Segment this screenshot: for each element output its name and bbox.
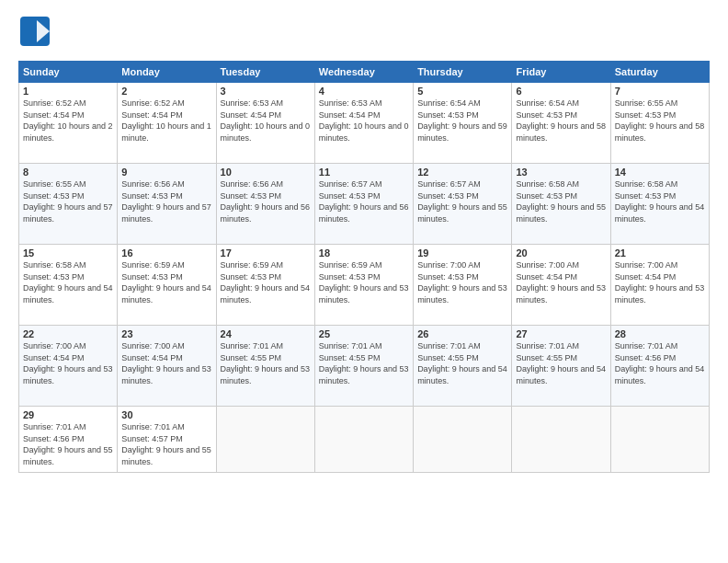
day-info: Sunrise: 6:59 AMSunset: 4:53 PMDaylight:… [319, 259, 409, 305]
calendar-cell: 15 Sunrise: 6:58 AMSunset: 4:53 PMDaylig… [19, 245, 118, 326]
calendar-cell: 1 Sunrise: 6:52 AMSunset: 4:54 PMDayligh… [19, 83, 118, 164]
calendar-cell [414, 407, 512, 473]
calendar-cell: 23 Sunrise: 7:00 AMSunset: 4:54 PMDaylig… [118, 326, 216, 407]
calendar-cell: 17 Sunrise: 6:59 AMSunset: 4:53 PMDaylig… [216, 245, 314, 326]
day-number: 17 [221, 247, 311, 259]
day-number: 14 [615, 167, 705, 178]
calendar-cell: 27 Sunrise: 7:01 AMSunset: 4:55 PMDaylig… [512, 326, 610, 407]
day-number: 23 [121, 328, 211, 339]
day-info: Sunrise: 7:00 AMSunset: 4:54 PMDaylight:… [516, 259, 606, 305]
calendar-cell [512, 407, 610, 473]
day-info: Sunrise: 6:57 AMSunset: 4:53 PMDaylight:… [417, 178, 507, 224]
weekday-header: Saturday [610, 62, 709, 83]
day-info: Sunrise: 6:58 AMSunset: 4:53 PMDaylight:… [615, 178, 705, 224]
day-number: 21 [615, 247, 705, 259]
day-number: 4 [319, 86, 409, 97]
day-info: Sunrise: 7:01 AMSunset: 4:55 PMDaylight:… [319, 340, 409, 386]
day-info: Sunrise: 6:52 AMSunset: 4:54 PMDaylight:… [121, 98, 211, 144]
weekday-header: Tuesday [216, 62, 314, 83]
day-info: Sunrise: 7:00 AMSunset: 4:54 PMDaylight:… [615, 259, 705, 305]
day-info: Sunrise: 7:01 AMSunset: 4:56 PMDaylight:… [23, 421, 113, 467]
calendar-cell [610, 407, 709, 473]
day-info: Sunrise: 6:55 AMSunset: 4:53 PMDaylight:… [615, 98, 705, 144]
day-info: Sunrise: 7:01 AMSunset: 4:57 PMDaylight:… [121, 421, 211, 467]
day-info: Sunrise: 6:52 AMSunset: 4:54 PMDaylight:… [23, 98, 113, 144]
weekday-header: Wednesday [314, 62, 413, 83]
day-number: 20 [516, 247, 606, 259]
day-info: Sunrise: 7:01 AMSunset: 4:55 PMDaylight:… [417, 340, 507, 386]
calendar-cell: 3 Sunrise: 6:53 AMSunset: 4:54 PMDayligh… [216, 83, 314, 164]
day-info: Sunrise: 6:58 AMSunset: 4:53 PMDaylight:… [23, 259, 113, 305]
day-number: 13 [516, 167, 606, 178]
day-info: Sunrise: 7:00 AMSunset: 4:54 PMDaylight:… [23, 340, 113, 386]
day-info: Sunrise: 6:56 AMSunset: 4:53 PMDaylight:… [121, 178, 211, 224]
calendar-cell: 10 Sunrise: 6:56 AMSunset: 4:53 PMDaylig… [216, 164, 314, 245]
day-info: Sunrise: 7:01 AMSunset: 4:56 PMDaylight:… [615, 340, 705, 386]
day-number: 11 [319, 167, 409, 178]
weekday-header: Thursday [414, 62, 512, 83]
calendar-cell: 28 Sunrise: 7:01 AMSunset: 4:56 PMDaylig… [610, 326, 709, 407]
day-info: Sunrise: 6:54 AMSunset: 4:53 PMDaylight:… [417, 98, 507, 144]
day-number: 16 [121, 247, 211, 259]
calendar-cell: 2 Sunrise: 6:52 AMSunset: 4:54 PMDayligh… [118, 83, 216, 164]
day-number: 5 [417, 86, 507, 97]
weekday-header: Sunday [19, 62, 118, 83]
day-number: 9 [121, 167, 211, 178]
day-number: 19 [417, 247, 507, 259]
day-info: Sunrise: 6:55 AMSunset: 4:53 PMDaylight:… [23, 178, 113, 224]
calendar-cell [314, 407, 413, 473]
calendar-cell: 14 Sunrise: 6:58 AMSunset: 4:53 PMDaylig… [610, 164, 709, 245]
day-info: Sunrise: 6:59 AMSunset: 4:53 PMDaylight:… [221, 259, 311, 305]
calendar-cell [216, 407, 314, 473]
day-number: 29 [23, 409, 113, 420]
day-info: Sunrise: 7:00 AMSunset: 4:54 PMDaylight:… [121, 340, 211, 386]
calendar-cell: 21 Sunrise: 7:00 AMSunset: 4:54 PMDaylig… [610, 245, 709, 326]
calendar-cell: 30 Sunrise: 7:01 AMSunset: 4:57 PMDaylig… [118, 407, 216, 473]
day-number: 2 [121, 86, 211, 97]
day-number: 22 [23, 328, 113, 339]
weekday-header: Friday [512, 62, 610, 83]
day-info: Sunrise: 6:58 AMSunset: 4:53 PMDaylight:… [516, 178, 606, 224]
calendar-cell: 4 Sunrise: 6:53 AMSunset: 4:54 PMDayligh… [314, 83, 413, 164]
calendar-cell: 11 Sunrise: 6:57 AMSunset: 4:53 PMDaylig… [314, 164, 413, 245]
day-info: Sunrise: 6:59 AMSunset: 4:53 PMDaylight:… [121, 259, 211, 305]
day-number: 8 [23, 167, 113, 178]
day-number: 28 [615, 328, 705, 339]
day-info: Sunrise: 6:56 AMSunset: 4:53 PMDaylight:… [221, 178, 311, 224]
calendar-cell: 25 Sunrise: 7:01 AMSunset: 4:55 PMDaylig… [314, 326, 413, 407]
day-number: 6 [516, 86, 606, 97]
calendar-cell: 26 Sunrise: 7:01 AMSunset: 4:55 PMDaylig… [414, 326, 512, 407]
calendar-cell: 6 Sunrise: 6:54 AMSunset: 4:53 PMDayligh… [512, 83, 610, 164]
day-info: Sunrise: 7:00 AMSunset: 4:53 PMDaylight:… [417, 259, 507, 305]
calendar-cell: 29 Sunrise: 7:01 AMSunset: 4:56 PMDaylig… [19, 407, 118, 473]
calendar-cell: 20 Sunrise: 7:00 AMSunset: 4:54 PMDaylig… [512, 245, 610, 326]
day-info: Sunrise: 6:53 AMSunset: 4:54 PMDaylight:… [221, 98, 311, 144]
weekday-header: Monday [118, 62, 216, 83]
calendar-cell: 9 Sunrise: 6:56 AMSunset: 4:53 PMDayligh… [118, 164, 216, 245]
calendar-cell: 19 Sunrise: 7:00 AMSunset: 4:53 PMDaylig… [414, 245, 512, 326]
calendar-cell: 8 Sunrise: 6:55 AMSunset: 4:53 PMDayligh… [19, 164, 118, 245]
calendar-cell: 18 Sunrise: 6:59 AMSunset: 4:53 PMDaylig… [314, 245, 413, 326]
logo-icon [18, 15, 51, 48]
calendar-cell: 24 Sunrise: 7:01 AMSunset: 4:55 PMDaylig… [216, 326, 314, 407]
calendar-cell: 12 Sunrise: 6:57 AMSunset: 4:53 PMDaylig… [414, 164, 512, 245]
day-number: 7 [615, 86, 705, 97]
calendar-cell: 16 Sunrise: 6:59 AMSunset: 4:53 PMDaylig… [118, 245, 216, 326]
day-info: Sunrise: 7:01 AMSunset: 4:55 PMDaylight:… [221, 340, 311, 386]
calendar-cell: 5 Sunrise: 6:54 AMSunset: 4:53 PMDayligh… [414, 83, 512, 164]
day-number: 3 [221, 86, 311, 97]
day-number: 15 [23, 247, 113, 259]
day-number: 25 [319, 328, 409, 339]
day-info: Sunrise: 6:54 AMSunset: 4:53 PMDaylight:… [516, 98, 606, 144]
day-number: 18 [319, 247, 409, 259]
day-info: Sunrise: 7:01 AMSunset: 4:55 PMDaylight:… [516, 340, 606, 386]
day-info: Sunrise: 6:53 AMSunset: 4:54 PMDaylight:… [319, 98, 409, 144]
calendar-cell: 7 Sunrise: 6:55 AMSunset: 4:53 PMDayligh… [610, 83, 709, 164]
day-number: 27 [516, 328, 606, 339]
logo [18, 15, 55, 52]
day-number: 12 [417, 167, 507, 178]
calendar-table: SundayMondayTuesdayWednesdayThursdayFrid… [18, 61, 710, 473]
day-number: 1 [23, 86, 113, 97]
day-number: 24 [221, 328, 311, 339]
calendar-cell: 13 Sunrise: 6:58 AMSunset: 4:53 PMDaylig… [512, 164, 610, 245]
